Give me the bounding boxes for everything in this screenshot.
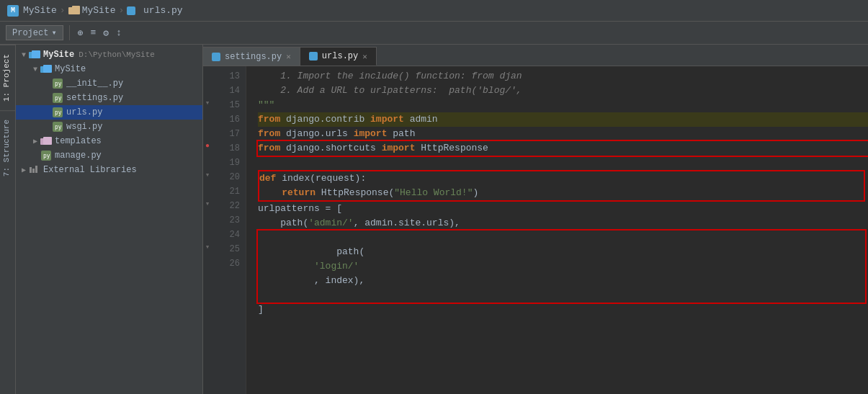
svg-rect-20 bbox=[35, 166, 37, 173]
editor-area: settings.py ✕ urls.py ✕ ▾ ● ▾ bbox=[203, 45, 868, 394]
svg-text:py: py bbox=[55, 124, 62, 130]
wsgi-label: wsgi.py bbox=[66, 122, 102, 132]
root-folder-icon bbox=[29, 49, 40, 61]
code-line-20: def index(request): bbox=[259, 171, 864, 186]
code-line-21: return HttpResponse( "Hello World!" ) bbox=[259, 186, 864, 200]
title-bar: M MySite › MySite › urls.py bbox=[0, 0, 868, 22]
code-line-17: from django.urls import path bbox=[258, 127, 868, 141]
tab-settings[interactable]: settings.py ✕ bbox=[203, 47, 300, 66]
svg-rect-3 bbox=[32, 50, 40, 58]
breadcrumb-mysite: MySite bbox=[23, 5, 57, 16]
urls-file[interactable]: py urls.py bbox=[16, 105, 202, 120]
svg-rect-5 bbox=[43, 65, 52, 73]
code-line-18: from django.shortcuts import HttpRespons… bbox=[256, 140, 868, 157]
svg-text:py: py bbox=[55, 81, 62, 87]
ext-label: External Libraries bbox=[43, 165, 137, 175]
breadcrumb-folder: MySite bbox=[68, 5, 116, 16]
manage-icon: py bbox=[40, 150, 52, 161]
project-panel: ▼ MySite D:\Python\MySite ▼ bbox=[16, 45, 203, 394]
code-line-16: from django.contrib import admin bbox=[258, 112, 868, 127]
editor-tabs: settings.py ✕ urls.py ✕ bbox=[203, 45, 868, 66]
code-line-23: path( 'admin/' , admin.site.urls), bbox=[258, 216, 868, 230]
root-path: D:\Python\MySite bbox=[79, 50, 155, 59]
breadcrumb: MySite › MySite › urls.py bbox=[23, 5, 183, 16]
project-side-tab[interactable]: 1: Project bbox=[0, 45, 15, 110]
mysite-folder-icon bbox=[40, 63, 52, 75]
settings-icon: py bbox=[52, 92, 63, 104]
svg-rect-19 bbox=[32, 169, 35, 173]
app-icon: M bbox=[7, 5, 19, 17]
svg-rect-15 bbox=[43, 137, 52, 145]
dropdown-arrow: ▾ bbox=[51, 27, 56, 38]
svg-rect-1 bbox=[72, 6, 80, 14]
templates-label: templates bbox=[55, 136, 102, 146]
settings-tab-close[interactable]: ✕ bbox=[286, 52, 291, 61]
expand-arrow: ▼ bbox=[19, 51, 29, 59]
manage-file[interactable]: py manage.py bbox=[16, 148, 202, 163]
line-numbers: 13 14 15 16 17 18 19 20 21 22 23 24 25 2… bbox=[212, 66, 246, 394]
settings-label: settings.py bbox=[66, 93, 123, 103]
tree-view: ▼ MySite D:\Python\MySite ▼ bbox=[16, 45, 202, 394]
svg-rect-18 bbox=[30, 167, 32, 173]
code-editor[interactable]: ▾ ● ▾ ▾ ▾ 13 14 15 16 17 18 bbox=[203, 66, 868, 394]
settings-file[interactable]: py settings.py bbox=[16, 91, 202, 105]
toolbar-icons: ⊕ ≡ ⚙ ↕ bbox=[76, 27, 124, 40]
toolbar: Project ▾ ⊕ ≡ ⚙ ↕ bbox=[0, 22, 868, 45]
svg-text:py: py bbox=[55, 95, 62, 102]
init-label: __init__.py bbox=[66, 79, 123, 89]
settings-tab-label: settings.py bbox=[225, 52, 282, 62]
code-line-24: path( 'login/' , index), bbox=[256, 229, 867, 304]
code-line-25: ] bbox=[258, 303, 868, 317]
templates-icon bbox=[40, 135, 52, 147]
mysite-label: MySite bbox=[55, 64, 86, 74]
svg-text:py: py bbox=[43, 153, 50, 159]
code-line-13: 1. Import the include() function: from d… bbox=[258, 69, 868, 84]
root-name: MySite bbox=[43, 50, 74, 60]
code-line-14: 2. Add a URL to urlpatterns: path('blog/… bbox=[258, 84, 868, 98]
external-libraries[interactable]: ▶ External Libraries bbox=[16, 163, 202, 177]
code-line-19 bbox=[258, 156, 868, 170]
wsgi-file[interactable]: py wsgi.py bbox=[16, 120, 202, 134]
settings-tab-icon bbox=[212, 53, 220, 61]
urls-tab-close[interactable]: ✕ bbox=[362, 52, 367, 61]
add-icon[interactable]: ⊕ bbox=[76, 27, 86, 40]
svg-text:py: py bbox=[55, 109, 62, 116]
ext-arrow: ▶ bbox=[19, 166, 29, 174]
urls-label: urls.py bbox=[66, 107, 102, 117]
wsgi-icon: py bbox=[52, 121, 63, 133]
main-layout: 1: Project 7: Structure ▼ MySite D:\Pyth… bbox=[0, 45, 868, 394]
red-box-group-a: def index(request): return HttpResponse(… bbox=[258, 170, 865, 202]
structure-side-tab[interactable]: 7: Structure bbox=[0, 110, 15, 185]
code-line-26 bbox=[258, 317, 868, 331]
breadcrumb-file: urls.py bbox=[127, 5, 182, 16]
project-label: Project bbox=[12, 28, 48, 38]
mysite-folder[interactable]: ▼ MySite bbox=[16, 62, 202, 76]
project-dropdown[interactable]: Project ▾ bbox=[6, 25, 63, 40]
code-content[interactable]: 1. Import the include() function: from d… bbox=[246, 66, 868, 394]
templates-folder[interactable]: ▶ templates bbox=[16, 134, 202, 148]
urls-icon: py bbox=[52, 107, 63, 118]
code-line-15: """ bbox=[258, 98, 868, 112]
urls-tab-label: urls.py bbox=[322, 51, 358, 61]
tree-root[interactable]: ▼ MySite D:\Python\MySite bbox=[16, 48, 202, 62]
gutter: ▾ ● ▾ ▾ ▾ bbox=[203, 66, 212, 394]
code-line-22: urlpatterns = [ bbox=[258, 202, 868, 216]
ext-icon bbox=[29, 164, 40, 176]
init-file[interactable]: py __init__.py bbox=[16, 76, 202, 91]
toolbar-left: Project ▾ bbox=[6, 25, 70, 40]
templates-arrow: ▶ bbox=[30, 137, 40, 145]
urls-tab-icon bbox=[309, 52, 318, 61]
settings-icon[interactable]: ≡ bbox=[88, 27, 98, 40]
gear-icon[interactable]: ⚙ bbox=[101, 27, 111, 40]
tab-urls[interactable]: urls.py ✕ bbox=[300, 47, 377, 66]
mysite-arrow: ▼ bbox=[30, 66, 40, 73]
manage-label: manage.py bbox=[55, 151, 102, 161]
init-icon: py bbox=[52, 78, 63, 89]
collapse-icon[interactable]: ↕ bbox=[114, 27, 124, 40]
side-tabs: 1: Project 7: Structure bbox=[0, 45, 16, 394]
